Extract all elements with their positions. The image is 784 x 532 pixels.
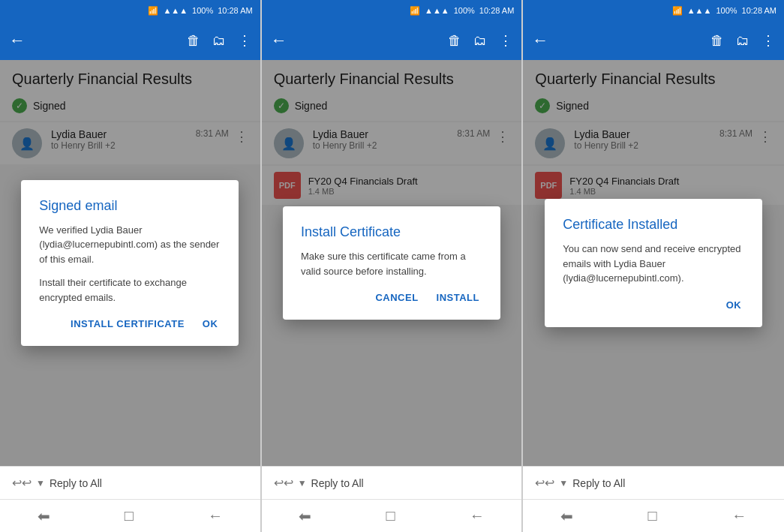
top-bar-1: ← 🗑 🗂 ⋮ [0,21,260,60]
dialog-overlay-2: Install Certificate Make sure this certi… [262,60,522,466]
ok-button-3[interactable]: OK [723,295,745,315]
signed-email-dialog: Signed email We verified Lydia Bauer (ly… [21,180,239,347]
phone-panel-2: 📶 ▲▲▲ 100% 10:28 AM ← 🗑 🗂 ⋮ Quarterly Fi… [262,0,523,532]
email-content-2: Quarterly Financial Results ✓ Signed 👤 L… [262,60,522,466]
reply-label: Reply to All [50,477,102,489]
back-button-2[interactable]: ← [271,31,287,50]
delete-icon[interactable]: 🗑 [187,33,200,49]
wifi-icon: 📶 [148,6,158,16]
reply-bar-3[interactable]: ↩↩ ▼ Reply to All [523,466,784,499]
dialog-actions-2: CANCEL INSTALL [301,287,482,308]
battery-label: 100% [192,6,213,15]
signal-icon-2: ▲▲▲ [425,6,449,15]
dialog-body-1b: Install their certificate to exchange en… [39,275,221,305]
signal-icon-3: ▲▲▲ [687,6,712,15]
signal-icon: ▲▲▲ [163,6,188,15]
more-icon[interactable]: ⋮ [238,32,251,49]
ok-button-1[interactable]: OK [200,314,221,334]
nav-forward-icon-2[interactable]: ← [470,507,485,524]
dialog-body-1a: We verified Lydia Bauer (lydia@lucernepu… [39,223,221,267]
top-bar-2: ← 🗑 🗂 ⋮ [262,21,522,60]
phone-panel-1: 📶 ▲▲▲ 100% 10:28 AM ← 🗑 🗂 ⋮ Quarterly Fi… [0,0,261,532]
certificate-installed-dialog: Certificate Installed You can now send a… [545,199,762,327]
dialog-title-2: Install Certificate [301,224,482,240]
reply-icon-2: ↩↩ [274,476,293,490]
battery-label-2: 100% [454,6,475,15]
archive-icon-2[interactable]: 🗂 [473,33,487,49]
more-icon-2[interactable]: ⋮ [499,32,512,49]
dropdown-arrow-3: ▼ [559,478,568,488]
cancel-button[interactable]: CANCEL [372,287,421,308]
status-bar-1: 📶 ▲▲▲ 100% 10:28 AM [0,0,260,21]
archive-icon-3[interactable]: 🗂 [736,33,749,49]
dialog-title-3: Certificate Installed [563,217,744,233]
reply-icon: ↩↩ [12,476,32,490]
reply-label-3: Reply to All [572,477,625,489]
dialog-title-1: Signed email [39,198,221,214]
delete-icon-3[interactable]: 🗑 [710,33,724,49]
wifi-icon-3: 📶 [672,6,683,16]
dropdown-arrow: ▼ [36,478,45,488]
email-content-1: Quarterly Financial Results ✓ Signed 👤 L… [0,60,260,466]
time-label-3: 10:28 AM [742,6,776,15]
bottom-nav-3: ⬅ □ ← [523,499,784,532]
nav-back-icon-2[interactable]: ⬅ [299,507,311,525]
nav-home-icon[interactable]: □ [125,507,134,524]
dialog-overlay-1: Signed email We verified Lydia Bauer (ly… [0,60,260,466]
time-label-2: 10:28 AM [479,6,514,15]
dialog-body-2: Make sure this certificate came from a v… [301,249,482,278]
status-bar-2: 📶 ▲▲▲ 100% 10:28 AM [262,0,522,21]
back-button[interactable]: ← [9,31,26,50]
nav-home-icon-2[interactable]: □ [386,507,395,524]
reply-bar-1[interactable]: ↩↩ ▼ Reply to All [0,466,260,499]
wifi-icon-2: 📶 [410,6,420,16]
install-button[interactable]: INSTALL [434,287,482,308]
battery-label-3: 100% [716,6,737,15]
more-icon-3[interactable]: ⋮ [761,32,775,49]
back-button-3[interactable]: ← [532,31,548,50]
reply-icon-3: ↩↩ [535,476,554,490]
nav-forward-icon-3[interactable]: ← [731,507,746,524]
dialog-body-3: You can now send and receive encrypted e… [563,242,744,286]
nav-home-icon-3[interactable]: □ [648,507,657,524]
reply-bar-2[interactable]: ↩↩ ▼ Reply to All [262,466,522,499]
dialog-actions-1: INSTALL CERTIFICATE OK [39,314,221,334]
time-label: 10:28 AM [218,6,252,15]
email-content-3: Quarterly Financial Results ✓ Signed 👤 L… [523,60,784,466]
top-bar-3: ← 🗑 🗂 ⋮ [523,21,784,60]
status-bar-3: 📶 ▲▲▲ 100% 10:28 AM [523,0,784,21]
install-certificate-button[interactable]: INSTALL CERTIFICATE [68,314,188,334]
bottom-nav-2: ⬅ □ ← [262,499,522,532]
dialog-actions-3: OK [563,295,744,315]
delete-icon-2[interactable]: 🗑 [448,33,461,49]
install-certificate-dialog: Install Certificate Make sure this certi… [283,206,500,320]
reply-label-2: Reply to All [311,477,364,489]
dropdown-arrow-2: ▼ [298,478,307,488]
nav-forward-icon[interactable]: ← [208,507,223,524]
bottom-nav-1: ⬅ □ ← [0,499,260,532]
nav-back-icon[interactable]: ⬅ [38,507,50,525]
archive-icon[interactable]: 🗂 [212,33,226,49]
nav-back-icon-3[interactable]: ⬅ [560,507,573,525]
phone-panel-3: 📶 ▲▲▲ 100% 10:28 AM ← 🗑 🗂 ⋮ Quarterly Fi… [523,0,784,532]
dialog-overlay-3: Certificate Installed You can now send a… [523,60,784,466]
